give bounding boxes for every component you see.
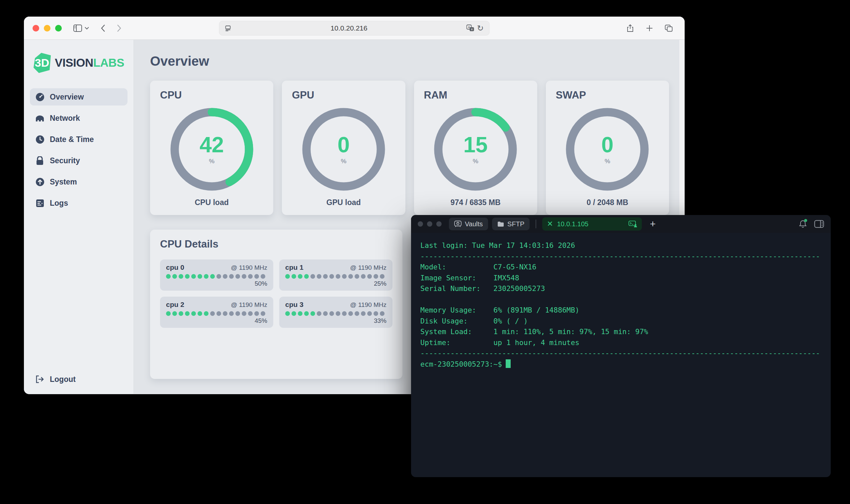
- gauge-card-swap: SWAP0%0 / 2048 MB: [546, 80, 669, 215]
- load-dot: [261, 311, 265, 316]
- load-dot: [374, 274, 378, 279]
- address-bar[interactable]: 10.0.20.216 A x ↻: [219, 21, 490, 36]
- load-dot: [374, 311, 378, 316]
- terminal-prompt: ecm-230250005273:~$: [420, 359, 821, 370]
- traffic-lights: [33, 25, 62, 32]
- gauge-card-cpu: CPU42%CPU load: [150, 80, 273, 215]
- terminal-window: Vaults SFTP ✕ 10.0.1.105 +: [411, 215, 831, 477]
- notification-dot: [804, 219, 807, 222]
- load-dot: [329, 274, 334, 279]
- load-dot: [342, 274, 347, 279]
- terminal-zoom-button[interactable]: [436, 221, 441, 227]
- load-dot: [342, 311, 347, 316]
- core-frequency: @ 1190 MHz: [231, 264, 267, 271]
- core-load-dots: [285, 311, 386, 316]
- load-dot: [223, 311, 227, 316]
- reload-icon[interactable]: ↻: [475, 23, 485, 33]
- ssh-session-tab[interactable]: ✕ 10.0.1.105: [542, 217, 642, 231]
- cpu-details-title: CPU Details: [160, 238, 393, 250]
- core-load-percent: 25%: [285, 280, 386, 287]
- reader-icon[interactable]: [223, 23, 233, 33]
- load-dot: [236, 274, 240, 279]
- clock-icon: [35, 135, 45, 144]
- load-dot: [236, 311, 240, 316]
- sidebar-item-logout[interactable]: Logout: [30, 375, 127, 384]
- load-dot: [166, 311, 171, 316]
- url-text[interactable]: 10.0.20.216: [233, 24, 466, 32]
- sidebar-item-label: Network: [50, 114, 80, 123]
- load-dot: [254, 311, 259, 316]
- forward-button[interactable]: [111, 22, 126, 35]
- load-dot: [210, 311, 215, 316]
- load-dot: [229, 311, 234, 316]
- sidebar-item-date-time[interactable]: Date & Time: [30, 131, 127, 148]
- logout-label: Logout: [50, 375, 76, 384]
- load-dot: [304, 311, 309, 316]
- core-head: cpu 3@ 1190 MHz: [285, 301, 386, 309]
- load-dot: [197, 311, 202, 316]
- minimize-window-button[interactable]: [44, 25, 50, 32]
- terminal-line: Image Sensor: IMX548: [420, 273, 821, 284]
- gauge-unit: %: [341, 158, 346, 165]
- load-dot: [242, 311, 246, 316]
- load-dot: [248, 274, 253, 279]
- gauge-value: 0: [601, 134, 613, 156]
- load-dot: [292, 274, 296, 279]
- terminal-line: Memory Usage: 6% (891MB / 14886MB): [420, 305, 821, 316]
- close-window-button[interactable]: [33, 25, 39, 32]
- gauge-caption: 0 / 2048 MB: [556, 198, 659, 207]
- sidebar-item-security[interactable]: Security: [30, 152, 127, 169]
- gauge-caption: GPU load: [292, 198, 395, 207]
- sidebar-item-system[interactable]: System: [30, 173, 127, 191]
- new-tab-icon[interactable]: [642, 22, 657, 35]
- load-dot: [317, 274, 322, 279]
- notifications-bell-icon[interactable]: [799, 220, 807, 228]
- gauge-value: 42: [200, 134, 224, 156]
- load-dot: [361, 274, 366, 279]
- gauge-caption: 974 / 6835 MB: [424, 198, 527, 207]
- prompt-text: ecm-230250005273:~$: [420, 360, 502, 368]
- sftp-button[interactable]: SFTP: [492, 218, 530, 230]
- gauge-caption: CPU load: [160, 198, 263, 207]
- translate-icon[interactable]: A x: [466, 23, 475, 33]
- new-terminal-tab-button[interactable]: +: [650, 218, 656, 230]
- back-button[interactable]: [96, 22, 110, 35]
- load-dot: [323, 311, 328, 316]
- core-name: cpu 3: [285, 301, 303, 309]
- system-icon: [35, 177, 45, 186]
- terminal-close-button[interactable]: [418, 221, 423, 227]
- vaults-button[interactable]: Vaults: [449, 218, 488, 230]
- zoom-window-button[interactable]: [55, 25, 62, 32]
- terminal-line: Serial Number: 230250005273: [420, 283, 821, 294]
- tab-overview-icon[interactable]: [661, 22, 676, 35]
- load-dot: [304, 274, 309, 279]
- chevron-down-icon[interactable]: [82, 22, 91, 35]
- load-dot: [367, 274, 372, 279]
- card-title: SWAP: [556, 89, 659, 101]
- terminal-line: System Load: 1 min: 110%, 5 min: 97%, 15…: [420, 326, 821, 338]
- terminal-output[interactable]: Last login: Tue Mar 17 14:03:16 2026----…: [411, 233, 831, 377]
- core-head: cpu 2@ 1190 MHz: [166, 301, 267, 309]
- terminal-minimize-button[interactable]: [427, 221, 432, 227]
- core-name: cpu 2: [166, 301, 184, 309]
- terminal-line: Model: C7-G5-NX16: [420, 262, 821, 273]
- load-dot: [191, 274, 196, 279]
- cpu-core-row: cpu 0@ 1190 MHz50%: [160, 259, 273, 291]
- logs-icon: [35, 198, 45, 208]
- gauge-card-ram: RAM15%974 / 6835 MB: [414, 80, 537, 215]
- load-dot: [172, 311, 177, 316]
- panel-layout-icon[interactable]: [814, 220, 824, 228]
- close-tab-icon[interactable]: ✕: [547, 220, 553, 228]
- load-dot: [204, 311, 209, 316]
- load-dot: [216, 311, 221, 316]
- share-icon[interactable]: [623, 22, 638, 35]
- load-dot: [367, 311, 372, 316]
- vault-icon: [454, 221, 462, 227]
- load-dot: [336, 274, 340, 279]
- sidebar-item-logs[interactable]: Logs: [30, 194, 127, 212]
- sidebar-item-overview[interactable]: Overview: [30, 88, 127, 106]
- load-dot: [179, 311, 183, 316]
- folder-icon: [497, 221, 504, 227]
- card-title: RAM: [424, 89, 527, 101]
- sidebar-item-network[interactable]: Network: [30, 109, 127, 127]
